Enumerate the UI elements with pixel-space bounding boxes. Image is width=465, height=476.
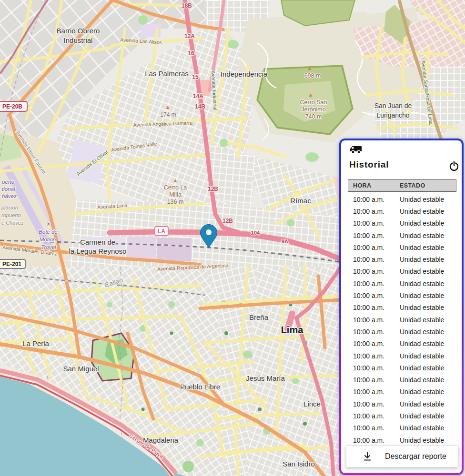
row-estado: Unidad estable — [394, 352, 444, 360]
row-hora: 10:00 a.m. — [348, 340, 394, 347]
map-label: ▲ — [307, 65, 313, 71]
park — [227, 40, 239, 49]
map-label: e Chávez — [1, 220, 24, 226]
map-label: 12B — [222, 218, 233, 224]
row-estado: Unidad estable — [394, 268, 444, 275]
row-estado: Unidad estable — [394, 208, 444, 215]
park — [243, 351, 253, 358]
row-hora: 10:00 a.m. — [348, 232, 394, 239]
table-row: 10:00 a.m. Unidad estable — [348, 326, 456, 337]
row-estado: Unidad estable — [394, 412, 444, 420]
map-label: Motion — [40, 237, 56, 242]
map-label: Milla — [169, 191, 182, 198]
map-label: uerto — [2, 179, 15, 185]
map-label: La Perla — [22, 339, 50, 347]
map-label: Cerro San — [300, 99, 327, 106]
row-estado: Unidad estable — [394, 328, 444, 336]
map-label: San Isidro — [283, 460, 315, 468]
map-label: 104 — [251, 230, 260, 236]
map-label: Independencia — [221, 70, 268, 78]
map-label: Bote de — [39, 229, 58, 235]
map-label: Breña — [249, 313, 269, 321]
map-label: San Juan de — [374, 102, 412, 109]
park — [138, 15, 148, 25]
map-label: 174 m — [160, 111, 176, 118]
map-label: 136 m — [167, 198, 184, 205]
map-label: Trovel — [41, 244, 56, 250]
map-label: San Miguel — [63, 365, 99, 373]
park — [196, 439, 204, 446]
row-estado: Unidad estable — [394, 436, 444, 444]
route-badge-la: LA — [154, 226, 169, 236]
map-label: Las Palmeras — [145, 69, 189, 78]
tree — [142, 408, 145, 411]
map-label: Pueblo Libre — [180, 383, 220, 391]
download-report-button[interactable]: Descargar reporte — [346, 446, 459, 467]
table-row: 10:00 a.m. Unidad estable — [348, 374, 456, 386]
park — [168, 301, 175, 308]
row-estado: Unidad estable — [394, 244, 444, 251]
row-hora: 10:00 a.m. — [348, 304, 394, 311]
park — [220, 139, 228, 147]
map-label: ▲ — [308, 91, 313, 98]
map-label: 740 m — [305, 113, 322, 120]
table-row: 10:00 a.m. Unidad estable — [348, 266, 456, 278]
table-row: 10:00 a.m. Unidad estable — [348, 289, 456, 301]
row-hora: 10:00 a.m. — [348, 256, 394, 263]
map-label: Carmen de — [80, 238, 115, 246]
park — [287, 219, 294, 227]
tree — [170, 332, 173, 335]
row-estado: Unidad estable — [394, 219, 444, 227]
row-estado: Unidad estable — [394, 376, 444, 384]
row-hora: 10:00 a.m. — [348, 316, 394, 324]
map-label: 12A — [184, 33, 195, 40]
row-estado: Unidad estable — [394, 340, 444, 347]
map-label: Lurigancho — [376, 111, 409, 119]
map-label: Jerónimo — [301, 106, 325, 113]
table-row: 10:00 a.m. Unidad estable — [348, 434, 456, 446]
row-hora: 10:00 a.m. — [348, 280, 394, 288]
map-label: Cerro La — [164, 184, 187, 191]
row-hora: 10:00 a.m. — [348, 388, 394, 396]
map-label: plación — [1, 205, 18, 210]
map-label: 698 m — [304, 72, 321, 79]
col-header-hora: HORA — [348, 182, 394, 189]
panel-title: Historial — [349, 159, 389, 170]
map-label: Rímac — [290, 197, 311, 205]
download-label: Descargar reporte — [385, 452, 446, 461]
power-button[interactable] — [448, 160, 460, 173]
table-body[interactable]: 10:00 a.m. Unidad estable 10:00 a.m. Uni… — [348, 193, 456, 446]
route-badge-pe201: PE-201 — [0, 259, 26, 269]
industrial-block — [127, 237, 156, 261]
row-hora: 10:00 a.m. — [348, 292, 394, 299]
tree — [258, 407, 262, 411]
table-row: 10:00 a.m. Unidad estable — [348, 398, 456, 410]
map-label: ▲ — [172, 177, 178, 184]
table-row: 10:00 a.m. Unidad estable — [348, 314, 456, 326]
map-label: Industrial — [64, 36, 93, 44]
row-hora: 10:00 a.m. — [348, 436, 394, 444]
map-label: 14A — [193, 93, 203, 99]
map-label: ▲ — [165, 104, 171, 110]
map-label: 16 — [188, 50, 194, 57]
table-row: 10:00 a.m. Unidad estable — [348, 253, 456, 265]
table-row: 10:00 a.m. Unidad estable — [348, 386, 456, 398]
col-header-estado: ESTADO — [394, 182, 425, 189]
route-badge-pe20b: PE-20B — [0, 101, 28, 112]
row-hora: 10:00 a.m. — [348, 424, 394, 432]
row-hora: 10:00 a.m. — [348, 400, 394, 408]
table-row: 10:00 a.m. Unidad estable — [348, 278, 456, 289]
map-label: 9A — [282, 238, 288, 244]
tree — [224, 331, 228, 335]
row-hora: 10:00 a.m. — [348, 364, 394, 372]
row-hora: 10:00 a.m. — [348, 412, 394, 420]
table-row: 10:00 a.m. Unidad estable — [348, 205, 456, 217]
map-label: Lima — [281, 325, 304, 335]
row-hora: 10:00 a.m. — [348, 196, 394, 203]
industrial-block — [157, 238, 192, 261]
table-row: 10:00 a.m. Unidad estable — [348, 410, 456, 422]
map-label: la Legua Reynoso — [69, 247, 127, 255]
row-estado: Unidad estable — [394, 364, 444, 372]
row-hora: 10:00 a.m. — [348, 208, 394, 215]
park — [292, 377, 299, 384]
